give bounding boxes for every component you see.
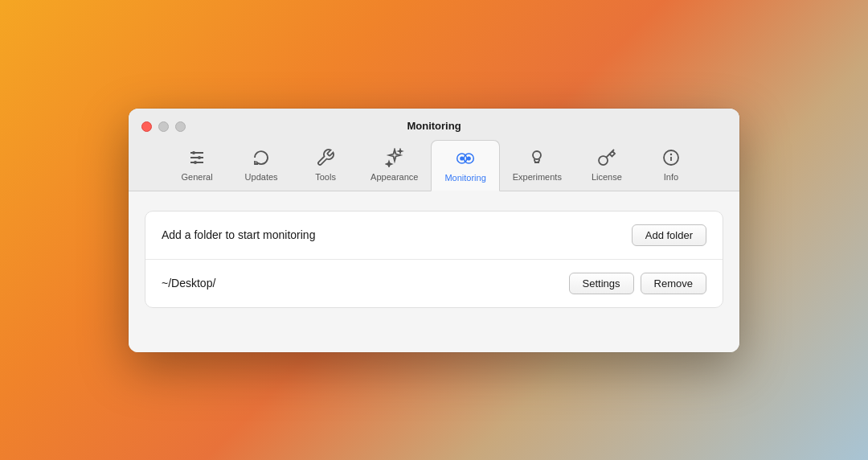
tools-icon (316, 146, 335, 169)
tab-appearance[interactable]: Appearance (358, 140, 431, 191)
tab-appearance-label: Appearance (371, 172, 418, 182)
window-controls (141, 121, 186, 132)
sliders-icon (187, 146, 207, 169)
svg-point-3 (192, 151, 195, 154)
monitoring-card: Add a folder to start monitoring Add fol… (145, 211, 723, 308)
folder-row: ~/Desktop/ Settings Remove (145, 259, 723, 307)
tab-general[interactable]: General (165, 140, 229, 191)
tab-monitoring[interactable]: Monitoring (431, 140, 499, 191)
refresh-icon (252, 146, 271, 169)
key-icon (597, 146, 616, 169)
add-folder-text: Add a folder to start monitoring (162, 228, 632, 241)
svg-point-10 (533, 151, 541, 159)
add-folder-button[interactable]: Add folder (632, 224, 706, 246)
tab-updates[interactable]: Updates (229, 140, 293, 191)
toolbar: General Updates Tools (141, 140, 727, 191)
tab-monitoring-label: Monitoring (444, 173, 485, 183)
svg-point-4 (198, 156, 201, 159)
window-title: Monitoring (407, 120, 461, 132)
tab-general-label: General (182, 172, 213, 182)
eyes-icon (456, 147, 475, 170)
titlebar: Monitoring General (129, 109, 739, 191)
remove-button[interactable]: Remove (641, 273, 706, 294)
close-button[interactable] (141, 121, 152, 132)
tab-tools[interactable]: Tools (293, 140, 358, 191)
tab-experiments[interactable]: Experiments (500, 140, 575, 191)
folder-path-label: ~/Desktop/ (162, 277, 569, 290)
minimize-button[interactable] (158, 121, 169, 132)
folder-actions: Settings Remove (569, 273, 706, 294)
maximize-button[interactable] (175, 121, 186, 132)
svg-point-5 (194, 161, 197, 164)
tab-updates-label: Updates (245, 172, 278, 182)
content-area: Add a folder to start monitoring Add fol… (129, 191, 739, 352)
info-icon (661, 146, 681, 169)
add-folder-actions: Add folder (632, 224, 706, 246)
sparkle-icon (385, 146, 404, 169)
tab-license[interactable]: License (575, 140, 639, 191)
app-window: Monitoring General (129, 109, 739, 352)
tab-experiments-label: Experiments (513, 172, 562, 182)
lightbulb-icon (527, 146, 547, 169)
add-folder-row: Add a folder to start monitoring Add fol… (145, 212, 723, 259)
svg-point-9 (467, 156, 471, 160)
tab-license-label: License (592, 172, 622, 182)
tab-info[interactable]: Info (639, 140, 703, 191)
tab-tools-label: Tools (315, 172, 336, 182)
settings-button[interactable]: Settings (569, 273, 634, 294)
tab-info-label: Info (664, 172, 678, 182)
svg-point-7 (460, 156, 464, 160)
